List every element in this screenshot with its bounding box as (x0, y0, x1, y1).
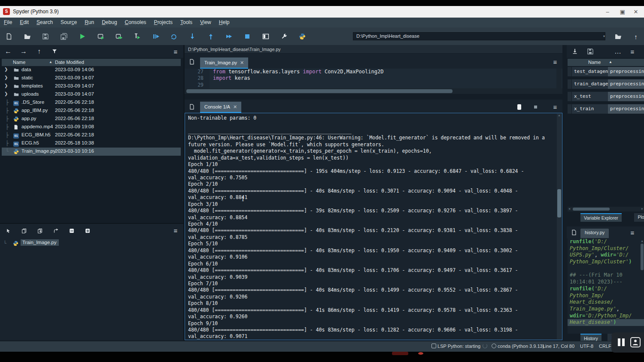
interpreter-status[interactable]: conda (Python 3.9.13) (492, 344, 544, 349)
editor-menu-icon[interactable]: ≡ (550, 57, 560, 66)
run-cell-and-advance-icon[interactable] (113, 31, 125, 42)
minimize-button[interactable]: – (601, 8, 614, 16)
file-explorer-menu-icon[interactable]: ≡ (171, 47, 180, 56)
code-line-28[interactable]: import keras (213, 75, 556, 81)
webcam-person-icon[interactable] (630, 337, 641, 347)
history-file-tab[interactable]: history.py (580, 229, 609, 238)
copy-icon[interactable] (19, 226, 29, 235)
pause-icon[interactable] (617, 338, 626, 347)
file-row-templates[interactable]: ❯templates2023-03-09 14:07 (2, 82, 181, 90)
save-all-icon[interactable] (58, 31, 70, 42)
menu-file[interactable]: File (0, 18, 16, 25)
filter-icon[interactable] (50, 47, 59, 56)
chevron-right-icon[interactable]: ❯ (4, 83, 8, 88)
menu-run[interactable]: Run (81, 18, 98, 25)
variable-row-x_train[interactable]: x_trainpreprocessing (568, 104, 644, 114)
debug-file-icon[interactable] (150, 31, 161, 42)
menu-consoles[interactable]: Consoles (121, 18, 150, 25)
save-file-icon[interactable] (40, 31, 51, 42)
console-tab-close-icon[interactable]: ✕ (233, 104, 237, 110)
parent-folder-icon[interactable]: ↑ (34, 47, 44, 56)
working-directory-input[interactable] (353, 32, 605, 40)
menu-debug[interactable]: Debug (98, 18, 121, 25)
file-row-static[interactable]: ❯static2023-03-09 14:07 (2, 74, 181, 82)
go-to-cursor-icon[interactable] (3, 226, 13, 235)
run-selection-icon[interactable] (132, 31, 143, 42)
variable-row-test_datagen[interactable]: test_datagenpreprocessing (568, 67, 644, 76)
code-line-27[interactable]: from tensorflow.keras.layers import Conv… (213, 69, 556, 75)
history-content[interactable]: ▲ runfile('D:/Python_Imp/Cluster/USPS.py… (568, 238, 644, 334)
code-line-29[interactable] (213, 82, 556, 88)
outline-item-train-image[interactable]: └ Train_Image.py (13, 240, 59, 247)
debug-step-into-icon[interactable] (187, 31, 198, 42)
editor-code-area[interactable]: 272829 from tensorflow.keras.layers impo… (185, 69, 562, 88)
variable-row-train_datagen[interactable]: train_datagenpreprocessing (568, 79, 644, 89)
options-dots-icon[interactable]: … (613, 47, 623, 56)
console-tab[interactable]: Console 1/A ✕ (200, 102, 241, 113)
variable-explorer-header[interactable]: Name ▲ (568, 59, 644, 66)
file-row-app_IBM.py[interactable]: ├app_IBM.py2022-05-06 22:18 (2, 107, 181, 115)
debug-stop-icon[interactable] (242, 31, 253, 42)
file-row-ECG_IBM.h5[interactable]: ├01ECG_IBM.h52022-05-06 22:18 (2, 131, 181, 139)
menu-projects[interactable]: Projects (150, 18, 176, 25)
file-row-appdemo.mp4[interactable]: ├appdemo.mp42023-03-09 19:08 (2, 123, 181, 131)
variable-row-x_test[interactable]: x_testpreprocessing (568, 92, 644, 101)
debug-continue-icon[interactable] (223, 31, 234, 42)
debug-step-return-icon[interactable] (205, 31, 216, 42)
expand-all-icon[interactable] (83, 226, 92, 235)
close-button[interactable]: ✕ (629, 8, 642, 16)
copy-path-icon[interactable] (35, 226, 45, 235)
new-console-icon[interactable] (187, 102, 197, 112)
stop-icon[interactable] (531, 102, 540, 112)
editor-vscrollbar[interactable] (556, 69, 562, 88)
working-directory-dropdown-icon[interactable]: ▾ (601, 32, 607, 40)
variable-explorer-menu-icon[interactable]: ≡ (628, 47, 637, 56)
variable-explorer-hscrollbar[interactable]: ◂ ▸ (568, 207, 644, 211)
interrupt-kernel-icon[interactable] (514, 102, 524, 112)
editor-hscrollbar[interactable] (185, 88, 562, 94)
parent-directory-icon[interactable]: ↑ (630, 31, 641, 42)
open-file-icon[interactable] (22, 31, 33, 42)
history-menu-icon[interactable]: ≡ (628, 228, 637, 237)
maximize-button[interactable]: ▣ (616, 8, 629, 16)
new-file-icon[interactable] (3, 31, 15, 42)
column-date-modified[interactable]: Date Modified (55, 60, 84, 65)
chevron-right-icon[interactable]: ❯ (4, 91, 8, 96)
file-row-data[interactable]: ❯data2023-03-09 14:06 (2, 66, 181, 74)
file-explorer-header[interactable]: Name ▲ Date Modified (2, 59, 181, 66)
chevron-right-icon[interactable]: ❯ (4, 75, 8, 80)
preferences-icon[interactable] (279, 31, 290, 42)
import-data-icon[interactable] (570, 47, 580, 56)
back-icon[interactable]: ← (3, 47, 13, 56)
maximize-pane-icon[interactable] (260, 31, 271, 42)
forward-icon[interactable]: → (19, 47, 28, 56)
file-row-uploads[interactable]: ❯uploads2023-03-09 14:07 (2, 90, 181, 99)
file-row-app.py[interactable]: ├app.py2022-05-06 22:18 (2, 115, 181, 123)
menu-search[interactable]: Search (33, 18, 57, 25)
console-scroll-thumb[interactable] (557, 189, 561, 217)
file-row-.DS_Store[interactable]: ├01.DS_Store2022-05-06 22:18 (2, 99, 181, 107)
outline-menu-icon[interactable]: ≡ (171, 226, 180, 235)
menu-source[interactable]: Source (57, 18, 81, 25)
splitter-right[interactable] (562, 45, 567, 341)
follow-icon[interactable] (51, 226, 61, 235)
column-name[interactable]: Name (13, 60, 25, 65)
tab-close-icon[interactable]: ✕ (240, 60, 244, 66)
file-row-ECG.h5[interactable]: ├01ECG.h52022-05-18 10:38 (2, 139, 181, 148)
collapse-all-icon[interactable] (67, 226, 76, 235)
file-row-Train_Image.py[interactable]: └Train_Image.py2023-03-10 10:16 (2, 148, 181, 156)
python-path-manager-icon[interactable] (297, 31, 308, 42)
run-file-icon[interactable] (77, 31, 88, 42)
menu-help[interactable]: Help (215, 18, 234, 25)
menu-tools[interactable]: Tools (176, 18, 196, 25)
console-menu-icon[interactable]: ≡ (550, 102, 560, 112)
history-vscrollbar[interactable]: ▲ (640, 239, 644, 333)
console-vscrollbar[interactable]: ▲ (557, 114, 562, 339)
editor-tab-train-image[interactable]: Train_Image.py ✕ (200, 57, 248, 69)
menu-edit[interactable]: Edit (16, 18, 33, 25)
editor-new-file-icon[interactable] (187, 57, 197, 66)
chevron-right-icon[interactable]: ❯ (4, 67, 8, 72)
run-cell-icon[interactable] (95, 31, 106, 42)
debug-step-over-icon[interactable] (168, 31, 179, 42)
history-file-icon[interactable] (569, 228, 579, 237)
